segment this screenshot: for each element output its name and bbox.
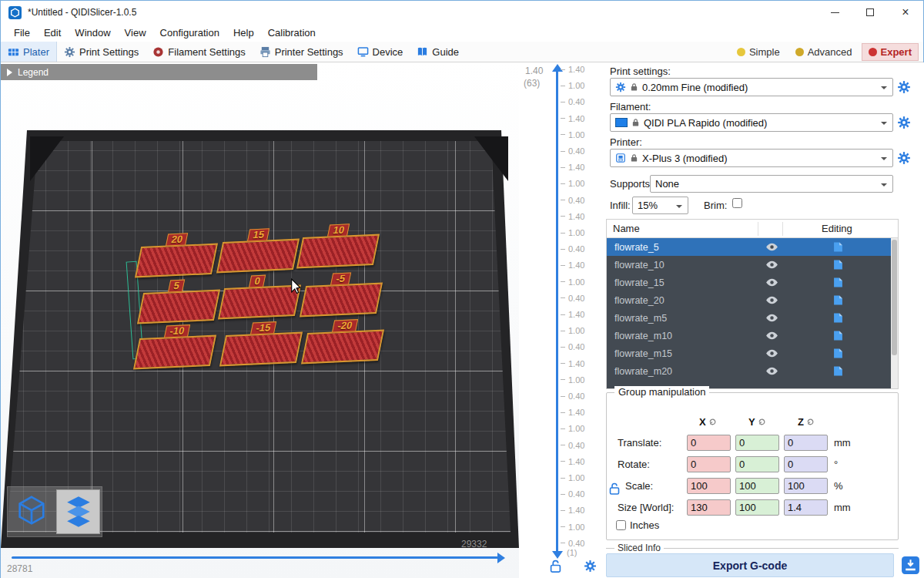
object-list-header: Name Editing: [607, 220, 898, 238]
menu-file[interactable]: File: [7, 25, 37, 40]
object-row-flowrate_m5[interactable]: flowrate_m5: [607, 309, 891, 327]
visibility-eye-icon[interactable]: [765, 349, 778, 358]
menu-window[interactable]: Window: [68, 25, 117, 40]
edit-object-icon[interactable]: [833, 277, 843, 287]
translate-x-field[interactable]: [687, 435, 731, 451]
export-gcode-button[interactable]: Export G-code: [606, 553, 894, 577]
size-x-field[interactable]: [687, 499, 731, 516]
mode-advanced[interactable]: Advanced: [789, 44, 859, 60]
visibility-eye-icon[interactable]: [765, 260, 778, 269]
view-layers-button[interactable]: [56, 489, 100, 534]
edit-object-icon[interactable]: [833, 242, 843, 252]
tab-print-settings[interactable]: Print Settings: [57, 42, 146, 62]
layer-tick-label: 1.40: [561, 407, 584, 418]
scale-x-field[interactable]: [687, 478, 731, 494]
visibility-eye-icon[interactable]: [765, 278, 778, 287]
reset-x-icon[interactable]: [708, 418, 717, 426]
right-sidebar: Print settings: 0.20mm Fine (modified) F…: [604, 62, 924, 578]
flowrate-tile--10[interactable]: -10: [133, 335, 216, 370]
edit-object-icon[interactable]: [833, 331, 843, 341]
export-to-sd-icon[interactable]: [901, 556, 920, 575]
translate-z-field[interactable]: [784, 435, 828, 451]
layer-slider[interactable]: [556, 72, 558, 551]
scale-z-field[interactable]: [784, 478, 828, 494]
tab-plater[interactable]: Plater: [1, 42, 57, 62]
legend-bar[interactable]: Legend: [1, 64, 317, 80]
menu-view[interactable]: View: [118, 25, 153, 40]
view-3d-button[interactable]: [9, 489, 53, 534]
minimize-button[interactable]: [817, 1, 852, 24]
reset-z-icon[interactable]: [806, 418, 815, 426]
scrollbar-thumb[interactable]: [892, 240, 897, 355]
size-z-field[interactable]: [784, 499, 828, 516]
flowrate-tile-20[interactable]: 20: [135, 244, 218, 278]
edit-object-icon[interactable]: [833, 366, 843, 376]
flowrate-tile--15[interactable]: -15: [219, 332, 303, 367]
rotate-z-field[interactable]: [784, 456, 828, 472]
visibility-eye-icon[interactable]: [765, 331, 778, 340]
edit-object-icon[interactable]: [833, 313, 843, 323]
tile-value-label: -20: [332, 319, 358, 333]
inches-checkbox[interactable]: [616, 520, 626, 530]
layer-tick-label: 0.40: [561, 489, 584, 499]
mode-simple[interactable]: Simple: [731, 44, 786, 60]
flowrate-tile-10[interactable]: 10: [296, 234, 380, 269]
brim-checkbox[interactable]: [732, 198, 742, 208]
rotate-y-field[interactable]: [735, 456, 779, 472]
object-row-flowrate_m10[interactable]: flowrate_m10: [607, 327, 891, 344]
infill-combo[interactable]: 15%: [632, 197, 688, 214]
horizontal-move-slider[interactable]: [12, 556, 498, 559]
flowrate-tile-15[interactable]: 15: [216, 239, 300, 274]
edit-object-icon[interactable]: [833, 260, 843, 270]
object-row-flowrate_10[interactable]: flowrate_10: [607, 256, 891, 274]
mode-expert[interactable]: Expert: [862, 43, 919, 61]
edit-object-icon[interactable]: [833, 295, 843, 305]
visibility-eye-icon[interactable]: [765, 296, 778, 304]
printer-combo[interactable]: X-Plus 3 (modified): [610, 149, 893, 167]
filament-edit-gear-icon[interactable]: [897, 116, 911, 129]
scale-y-field[interactable]: [735, 478, 779, 494]
tab-device[interactable]: Device: [350, 42, 410, 62]
layer-slider-down-arrow-icon[interactable]: [552, 551, 563, 559]
print-settings-combo[interactable]: 0.20mm Fine (modified): [610, 78, 893, 96]
rotate-x-field[interactable]: [687, 456, 731, 472]
flowrate-tile-5[interactable]: 5: [137, 290, 220, 324]
filament-combo[interactable]: QIDI PLA Rapido (modified): [610, 113, 893, 132]
uniform-scale-lock-icon[interactable]: [609, 482, 620, 496]
print-settings-edit-gear-icon[interactable]: [897, 80, 911, 94]
visibility-eye-icon[interactable]: [765, 314, 778, 322]
supports-combo[interactable]: None: [650, 175, 893, 193]
printer-edit-gear-icon[interactable]: [897, 151, 911, 165]
edit-object-icon[interactable]: [833, 348, 843, 358]
tab-filament-settings[interactable]: Filament Settings: [146, 42, 252, 62]
close-button[interactable]: ×: [888, 1, 923, 24]
layer-settings-gear-icon[interactable]: [584, 560, 597, 573]
object-row-flowrate_m15[interactable]: flowrate_m15: [607, 344, 891, 362]
menu-edit[interactable]: Edit: [37, 25, 68, 40]
size-y-field[interactable]: [735, 499, 779, 516]
object-name: flowrate_5: [614, 242, 659, 253]
reset-y-icon[interactable]: [758, 418, 766, 426]
horizontal-slider-arrow-icon[interactable]: [497, 553, 505, 563]
translate-y-field[interactable]: [735, 435, 779, 451]
tab-printer-settings[interactable]: Printer Settings: [253, 42, 350, 62]
visibility-eye-icon[interactable]: [765, 243, 778, 251]
visibility-eye-icon[interactable]: [765, 367, 778, 375]
flowrate-tile--5[interactable]: -5: [300, 283, 383, 318]
tab-guide[interactable]: Guide: [410, 42, 466, 62]
flowrate-tile--20[interactable]: -20: [301, 330, 384, 365]
object-row-flowrate_15[interactable]: flowrate_15: [607, 274, 891, 291]
object-row-flowrate_5[interactable]: flowrate_5: [607, 238, 891, 256]
maximize-button[interactable]: [852, 1, 888, 24]
menu-calibration[interactable]: Calibration: [261, 25, 323, 40]
flowrate-tile-0[interactable]: 0: [218, 285, 301, 320]
inches-toggle[interactable]: Inches: [616, 519, 659, 531]
object-row-flowrate_20[interactable]: flowrate_20: [607, 291, 891, 309]
object-list-scrollbar[interactable]: [891, 238, 898, 388]
viewport-3d[interactable]: 20151050-5-10-15-20 Legend 29332 28781: [1, 62, 519, 578]
object-row-flowrate_m20[interactable]: flowrate_m20: [607, 362, 891, 380]
print-settings-label: Print settings:: [610, 66, 671, 77]
menu-configuration[interactable]: Configuration: [153, 25, 226, 40]
menu-help[interactable]: Help: [226, 25, 261, 40]
layer-lock-icon[interactable]: [550, 560, 561, 573]
